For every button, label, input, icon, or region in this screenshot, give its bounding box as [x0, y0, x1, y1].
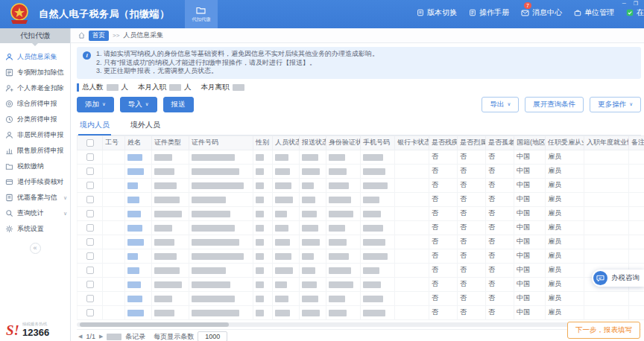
- column-header-entry_year_employment: 入职年度就业情形: [584, 136, 629, 150]
- cell-id_verify_status: [326, 249, 361, 263]
- home-icon: [78, 32, 85, 39]
- cell-id_verify_status: [326, 305, 361, 319]
- prev-page-button[interactable]: ◀: [78, 334, 82, 340]
- redacted-value: [192, 211, 230, 217]
- next-page-button[interactable]: ▶: [99, 334, 103, 340]
- message-center-icon: [521, 10, 529, 16]
- cell-doc_number: [189, 249, 253, 263]
- scrollbar-thumb[interactable]: [80, 322, 229, 327]
- cell-bank_card_status: [395, 178, 429, 192]
- topbar-item[interactable]: 单位管理: [574, 7, 614, 18]
- column-header-name: 姓名: [125, 136, 152, 150]
- sidebar-item[interactable]: 综合所得申报: [0, 96, 70, 112]
- main-area: 首页 >> 人员信息采集 i 1. 请如实填写纳税人的身份信息等基础资料，避免因…: [71, 28, 644, 341]
- redacted-value: [154, 211, 182, 217]
- more-actions-button[interactable]: 更多操作∨: [590, 97, 641, 112]
- row-checkbox[interactable]: [86, 196, 94, 203]
- module-tab-withholding[interactable]: 代扣代缴: [185, 0, 218, 28]
- chevron-down-icon: ∨: [629, 101, 633, 107]
- cell-person_status: [273, 291, 300, 305]
- horizontal-scrollbar[interactable]: [77, 322, 637, 327]
- tab-domestic-persons[interactable]: 境内人员: [78, 117, 111, 136]
- select-all-checkbox[interactable]: [86, 139, 94, 147]
- topbar-item[interactable]: 7消息中心: [521, 7, 562, 18]
- cell-id_verify_status: [326, 277, 361, 291]
- sidebar-item[interactable]: 非居民所得申报: [0, 127, 70, 143]
- sidebar-item[interactable]: 个人养老金扣除管理: [0, 80, 70, 96]
- cell-is_martyr: 否: [458, 206, 486, 220]
- redacted-value: [256, 267, 264, 274]
- sidebar-item[interactable]: 税款缴纳: [0, 159, 70, 174]
- add-button[interactable]: 添加∨: [77, 97, 114, 112]
- sidebar-item[interactable]: 限售股所得申报: [0, 143, 70, 159]
- cell-doc_type: [152, 164, 189, 178]
- person-name-link[interactable]: [127, 253, 138, 260]
- redacted-value: [256, 211, 264, 217]
- cell-is_lonely_elder: 否: [486, 291, 514, 305]
- sidebar-item[interactable]: 查询统计∨: [0, 205, 70, 221]
- topbar-item[interactable]: 在线客服: [626, 7, 644, 18]
- person-name-link[interactable]: [127, 168, 144, 175]
- cell-nationality: 中国: [514, 277, 546, 291]
- person-name-link[interactable]: [127, 182, 138, 189]
- row-checkbox[interactable]: [86, 168, 94, 175]
- sidebar-item[interactable]: 专项附加扣除信息采集: [0, 65, 70, 80]
- sidebar-item[interactable]: 人员信息采集: [0, 49, 70, 65]
- topbar-item[interactable]: 版本切换: [417, 7, 457, 18]
- sidebar-item[interactable]: 退付手续费核对: [0, 174, 70, 190]
- table-row: 否否否中国雇员: [78, 150, 644, 164]
- row-checkbox[interactable]: [86, 281, 94, 288]
- cell-is_lonely_elder: 否: [486, 150, 514, 164]
- sidebar-item[interactable]: 系统设置: [0, 221, 70, 237]
- next-step-button[interactable]: 下一步，报表填写: [567, 322, 640, 339]
- cell-select: [78, 263, 103, 277]
- redacted-value: [275, 211, 287, 217]
- per-page-input[interactable]: 1000: [198, 331, 227, 341]
- cell-bank_card_status: [395, 150, 429, 164]
- person-name-link[interactable]: [127, 211, 141, 217]
- row-checkbox[interactable]: [86, 153, 94, 161]
- row-checkbox[interactable]: [86, 210, 94, 217]
- row-checkbox[interactable]: [86, 182, 94, 189]
- column-header-is_lonely_elder: 是否孤老: [486, 136, 514, 150]
- person-name-link[interactable]: [127, 281, 141, 288]
- cell-select: [78, 249, 103, 263]
- cell-is_martyr: 否: [458, 263, 486, 277]
- cell-entry_year_employment: [584, 249, 629, 263]
- redacted-value: [154, 310, 174, 316]
- tab-overseas-persons[interactable]: 境外人员: [129, 117, 162, 135]
- row-checkbox[interactable]: [86, 252, 94, 260]
- cell-doc_number: [189, 263, 253, 277]
- person-name-link[interactable]: [127, 267, 139, 274]
- sidebar-collapse-button[interactable]: «: [30, 243, 41, 254]
- row-checkbox[interactable]: [86, 238, 94, 246]
- row-checkbox[interactable]: [86, 309, 94, 316]
- person-name-link[interactable]: [127, 225, 142, 232]
- person-name-link[interactable]: [127, 310, 144, 316]
- cell-name: [125, 249, 152, 263]
- cell-bank_card_status: [395, 277, 429, 291]
- topbar-item[interactable]: 操作手册: [469, 7, 509, 18]
- cell-remark: [629, 235, 644, 249]
- breadcrumb-separator: >>: [113, 32, 119, 39]
- row-checkbox[interactable]: [86, 224, 94, 232]
- row-checkbox[interactable]: [86, 295, 94, 302]
- cell-gender: [253, 150, 273, 164]
- cell-is_lonely_elder: 否: [486, 164, 514, 178]
- breadcrumb-home[interactable]: 首页: [89, 31, 109, 41]
- sidebar-item[interactable]: 分类所得申报: [0, 112, 70, 127]
- column-header-phone: 手机号码: [361, 136, 395, 150]
- import-button[interactable]: 导入∨: [120, 97, 157, 112]
- person-name-link[interactable]: [127, 154, 142, 161]
- export-button[interactable]: 导出∨: [482, 97, 519, 112]
- row-checkbox[interactable]: [86, 267, 94, 274]
- cell-is_lonely_elder: 否: [486, 178, 514, 192]
- expand-query-button[interactable]: 展开查询条件: [525, 97, 584, 112]
- tax-consult-float-button[interactable]: 办税咨询: [592, 270, 644, 287]
- person-name-link[interactable]: [127, 296, 142, 302]
- person-name-link[interactable]: [127, 239, 144, 246]
- window-controls[interactable]: ─ ❐: [622, 1, 641, 7]
- person-name-link[interactable]: [127, 197, 139, 203]
- sidebar-item[interactable]: 优惠备案与信息报送∨: [0, 190, 70, 205]
- submit-button[interactable]: 报送: [163, 97, 194, 112]
